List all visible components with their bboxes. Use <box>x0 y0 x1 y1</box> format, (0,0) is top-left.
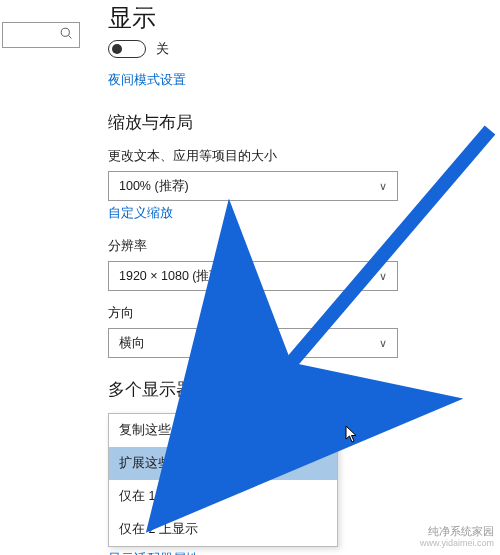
watermark: 纯净系统家园 www.yidaimei.com <box>420 525 494 549</box>
chevron-down-icon: ∨ <box>379 180 387 193</box>
resolution-value: 1920 × 1080 (推荐) <box>119 268 227 285</box>
page-title: 显示 <box>108 0 480 34</box>
orientation-value: 横向 <box>119 335 145 352</box>
svg-point-0 <box>61 28 69 36</box>
dropdown-option-only-2[interactable]: 仅在 2 上显示 <box>109 513 337 546</box>
resolution-select[interactable]: 1920 × 1080 (推荐) ∨ <box>108 261 398 291</box>
custom-scale-link[interactable]: 自定义缩放 <box>108 205 173 222</box>
watermark-brand: 纯净系统家园 <box>428 525 494 538</box>
adapter-properties-link[interactable]: 显示适配器属性 <box>108 551 199 555</box>
multi-display-dropdown[interactable]: 复制这些显示器 扩展这些显示器 仅在 1 上显示 仅在 2 上显示 <box>108 413 338 547</box>
text-size-select[interactable]: 100% (推荐) ∨ <box>108 171 398 201</box>
orientation-label: 方向 <box>108 305 480 322</box>
search-icon <box>60 27 73 43</box>
dropdown-option-duplicate[interactable]: 复制这些显示器 <box>109 414 337 447</box>
night-mode-toggle[interactable] <box>108 40 146 58</box>
orientation-select[interactable]: 横向 ∨ <box>108 328 398 358</box>
dropdown-option-only-1[interactable]: 仅在 1 上显示 <box>109 480 337 513</box>
resolution-label: 分辨率 <box>108 238 480 255</box>
dropdown-option-extend[interactable]: 扩展这些显示器 <box>109 447 337 480</box>
text-size-value: 100% (推荐) <box>119 178 189 195</box>
chevron-down-icon: ∨ <box>379 270 387 283</box>
watermark-host: www.yidaimei.com <box>420 538 494 549</box>
scale-layout-heading: 缩放与布局 <box>108 111 480 134</box>
night-mode-settings-link[interactable]: 夜间模式设置 <box>108 72 186 89</box>
svg-line-1 <box>69 36 72 39</box>
text-size-label: 更改文本、应用等项目的大小 <box>108 148 480 165</box>
toggle-state-label: 关 <box>156 40 169 58</box>
chevron-down-icon: ∨ <box>379 337 387 350</box>
search-input[interactable] <box>2 22 80 48</box>
multi-display-heading: 多个显示器 <box>108 378 480 401</box>
